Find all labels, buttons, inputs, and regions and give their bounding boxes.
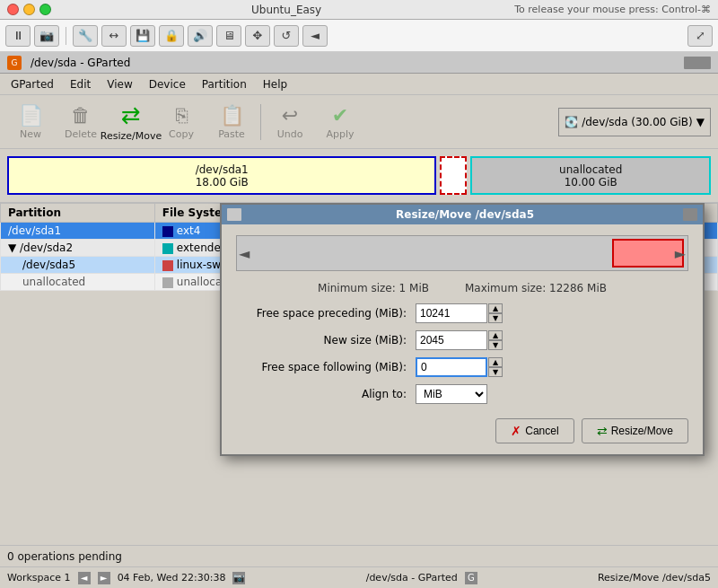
- undo-label: Undo: [277, 128, 303, 140]
- settings-button[interactable]: 🔧: [73, 25, 98, 47]
- menu-edit[interactable]: Edit: [63, 76, 98, 92]
- disk-part-unalloc[interactable]: unallocated 10.00 GiB: [470, 156, 711, 195]
- statusbar: 0 operations pending: [0, 545, 718, 566]
- capture-button[interactable]: 📷: [34, 25, 59, 47]
- align-input-wrap: MiB Cylinder None: [416, 384, 487, 404]
- free-following-down[interactable]: ▼: [488, 367, 503, 377]
- back-button[interactable]: ◄: [302, 25, 328, 47]
- copy-tool[interactable]: ⎘ Copy: [158, 99, 205, 145]
- ws-prev-btn[interactable]: ◄: [78, 572, 91, 584]
- new-size-input-wrap: ▲ ▼: [416, 330, 503, 350]
- resize-tool[interactable]: ⇄ Resize/Move: [108, 99, 154, 145]
- align-row: Align to: MiB Cylinder None: [236, 384, 688, 404]
- sda1-size: 18.00 GiB: [196, 176, 249, 189]
- dialog-close-button[interactable]: [683, 208, 697, 221]
- free-preceding-up[interactable]: ▲: [488, 303, 503, 313]
- bottombar: Workspace 1 ◄ ► 04 Feb, Wed 22:30:38 📷 /…: [0, 566, 718, 588]
- sda1-partition: /dev/sda1: [1, 223, 155, 240]
- dialog-buttons: ✗ Cancel ⇄ Resize/Move: [236, 411, 688, 443]
- sda5-fs-dot: [162, 260, 173, 271]
- menu-device[interactable]: Device: [142, 76, 193, 92]
- pause-button[interactable]: ⏸: [5, 25, 31, 47]
- network-button[interactable]: ↔: [101, 25, 127, 47]
- paste-tool[interactable]: 📋 Paste: [208, 99, 255, 145]
- new-label: New: [20, 128, 41, 140]
- dialog-titlebar: Resize/Move /dev/sda5: [222, 205, 703, 224]
- resize-handle-left[interactable]: ◄: [239, 245, 250, 262]
- paste-icon: 📋: [220, 104, 244, 127]
- refresh-button[interactable]: ↺: [274, 25, 299, 47]
- screenshot-btn[interactable]: 📷: [232, 572, 245, 584]
- action-label: Resize/Move /dev/sda5: [598, 572, 711, 584]
- apply-label: Apply: [326, 128, 354, 140]
- apply-tool[interactable]: ✔ Apply: [317, 99, 363, 145]
- new-tool[interactable]: 📄 New: [7, 99, 54, 145]
- content-area: Partition File System Size Used Unused F…: [0, 203, 718, 545]
- undo-icon: ↩: [282, 104, 298, 127]
- cancel-button[interactable]: ✗ Cancel: [495, 418, 574, 443]
- resize-bar-fill: [612, 239, 684, 268]
- free-following-row: Free space following (MiB): ▲ ▼: [236, 357, 688, 377]
- free-preceding-input[interactable]: [416, 303, 487, 323]
- workspace-label: Workspace 1: [7, 572, 71, 584]
- paste-label: Paste: [218, 128, 245, 140]
- move-button[interactable]: ✥: [245, 25, 270, 47]
- menu-gparted[interactable]: GParted: [4, 76, 61, 92]
- new-size-row: New size (MiB): ▲ ▼: [236, 330, 688, 350]
- vm-title: Ubuntu_Easy: [58, 4, 514, 16]
- free-preceding-down[interactable]: ▼: [488, 313, 503, 323]
- resize-handle-right[interactable]: ►: [675, 245, 686, 262]
- fullscreen-button[interactable]: ⤢: [687, 25, 713, 47]
- free-following-label: Free space following (MiB):: [236, 361, 416, 373]
- new-size-down[interactable]: ▼: [488, 340, 503, 350]
- cancel-label: Cancel: [525, 425, 558, 437]
- dialog-body: ◄ ► Minimum size: 1 MiB Maximum size: 12…: [222, 224, 703, 454]
- lock-button[interactable]: 🔒: [159, 25, 184, 47]
- resize-move-button[interactable]: ⇄ Resize/Move: [582, 418, 688, 443]
- col-header-partition: Partition: [1, 204, 155, 223]
- toolbar: 📄 New 🗑 Delete ⇄ Resize/Move ⎘ Copy 📋 Pa…: [0, 95, 718, 149]
- free-preceding-row: Free space preceding (MiB): ▲ ▼: [236, 303, 688, 323]
- maximize-button[interactable]: [39, 4, 51, 15]
- dialog-icon: [227, 208, 241, 221]
- apply-icon: ✔: [332, 104, 348, 127]
- bottom-app-icon[interactable]: G: [465, 572, 477, 584]
- sda1-label: /dev/sda1: [196, 163, 249, 176]
- disk-icon: 💽: [565, 116, 578, 128]
- min-size-label: Minimum size: 1 MiB: [318, 282, 429, 294]
- size-info: Minimum size: 1 MiB Maximum size: 12286 …: [236, 282, 688, 294]
- screen-button[interactable]: 🖥: [216, 25, 241, 47]
- disk-part-sda1[interactable]: /dev/sda1 18.00 GiB: [7, 156, 436, 195]
- window-controls: [7, 4, 51, 15]
- free-following-spinner: ▲ ▼: [488, 357, 503, 377]
- usb-button[interactable]: 💾: [130, 25, 155, 47]
- menu-partition[interactable]: Partition: [195, 76, 254, 92]
- status-text: 0 operations pending: [7, 550, 122, 563]
- free-preceding-spinner: ▲ ▼: [488, 303, 503, 323]
- copy-icon: ⎘: [176, 104, 188, 127]
- sda2-partition: ▼ /dev/sda2: [1, 240, 155, 257]
- separator-1: [66, 27, 66, 45]
- align-select[interactable]: MiB Cylinder None: [416, 384, 487, 404]
- menu-help[interactable]: Help: [256, 76, 294, 92]
- new-size-input[interactable]: [416, 330, 487, 350]
- close-button[interactable]: [7, 4, 19, 15]
- undo-tool[interactable]: ↩ Undo: [267, 99, 313, 145]
- free-following-input[interactable]: [416, 357, 487, 377]
- resize-label: Resize/Move: [101, 130, 162, 142]
- copy-label: Copy: [169, 128, 194, 140]
- minimize-button[interactable]: [23, 4, 35, 15]
- dialog-title: Resize/Move /dev/sda5: [247, 208, 683, 221]
- delete-tool[interactable]: 🗑 Delete: [57, 99, 104, 145]
- datetime-label: 04 Feb, Wed 22:30:38: [118, 572, 226, 584]
- ws-next-btn[interactable]: ►: [98, 572, 110, 584]
- sda5-partition: /dev/sda5: [1, 257, 155, 274]
- audio-button[interactable]: 🔊: [188, 25, 213, 47]
- new-size-up[interactable]: ▲: [488, 330, 503, 340]
- menu-view[interactable]: View: [100, 76, 139, 92]
- resize-move-icon: ⇄: [597, 424, 608, 438]
- resize-icon: ⇄: [121, 101, 141, 128]
- free-following-up[interactable]: ▲: [488, 357, 503, 367]
- resize-move-label: Resize/Move: [611, 425, 673, 437]
- disk-selector[interactable]: 💽 /dev/sda (30.00 GiB) ▼: [558, 108, 711, 136]
